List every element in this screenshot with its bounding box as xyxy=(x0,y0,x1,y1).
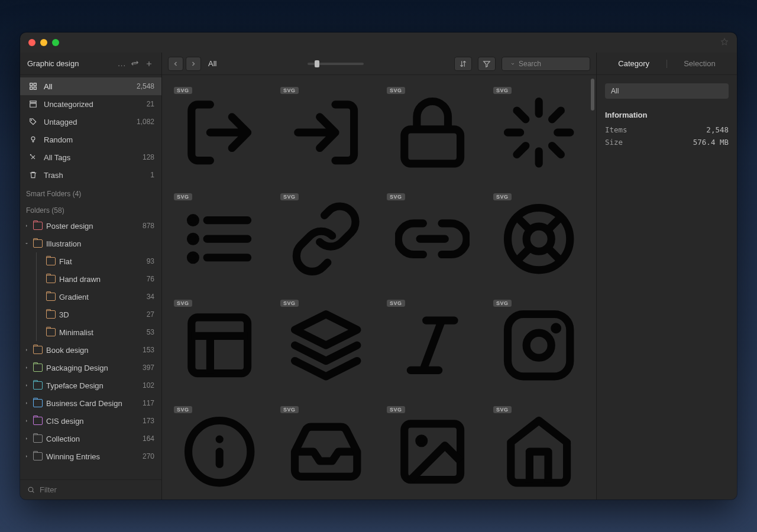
svg-rect-0 xyxy=(30,83,33,86)
chevron-right-icon[interactable] xyxy=(24,436,30,442)
chevron-right-icon[interactable] xyxy=(24,347,30,353)
chevron-right-icon[interactable] xyxy=(24,418,30,424)
folder-label: CIS design xyxy=(46,417,139,426)
folder-minimalist[interactable]: Minimalist 53 xyxy=(20,323,161,341)
folder-count: 270 xyxy=(143,452,154,460)
folder-typeface-design[interactable]: Typeface Design 102 xyxy=(20,377,161,394)
grid-item-logout[interactable]: SVG xyxy=(172,85,267,180)
grid-item-inbox[interactable]: SVG xyxy=(278,404,374,499)
chevron-right-icon[interactable] xyxy=(24,382,30,388)
grid-item-lock[interactable]: SVG xyxy=(384,85,480,180)
folder-count: 34 xyxy=(147,293,154,301)
breadcrumb: All xyxy=(208,59,216,68)
folder-icon xyxy=(33,222,43,230)
folder-count: 878 xyxy=(143,222,154,230)
sidebar-item-trash[interactable]: Trash 1 xyxy=(20,166,161,184)
folder-packaging-design[interactable]: Packaging Design 397 xyxy=(20,359,161,377)
folder-winning-entries[interactable]: Winning Entries 270 xyxy=(20,447,161,465)
sidebar-item-untagged[interactable]: Untagged 1,082 xyxy=(20,113,161,131)
grid-item-loader[interactable]: SVG xyxy=(491,85,587,180)
svg-point-7 xyxy=(28,487,33,492)
chevron-down-icon[interactable] xyxy=(510,59,515,68)
add-library-icon[interactable] xyxy=(144,59,154,69)
pin-icon[interactable] xyxy=(720,38,729,48)
folder-label: Illustration xyxy=(46,239,151,248)
smart-folders-section[interactable]: Smart Folders (4) xyxy=(20,184,161,200)
folder-count: 76 xyxy=(147,275,154,283)
switch-library-icon[interactable] xyxy=(130,59,140,69)
folder-business-card-design[interactable]: Business Card Design 117 xyxy=(20,394,161,412)
filetype-badge: SVG xyxy=(280,406,299,413)
close-window-button[interactable] xyxy=(28,39,35,46)
tab-selection[interactable]: Selection xyxy=(677,59,722,68)
category-chip[interactable]: All xyxy=(605,83,729,99)
filter-button[interactable] xyxy=(478,57,496,71)
folder-3d[interactable]: 3D 27 xyxy=(20,306,161,323)
chevron-right-icon[interactable] xyxy=(24,453,30,459)
nav-forward-button[interactable] xyxy=(186,57,201,71)
filetype-badge: SVG xyxy=(280,87,299,94)
grid-item-lifebuoy[interactable]: SVG xyxy=(491,191,587,287)
home-icon xyxy=(502,414,576,489)
folder-cis-design[interactable]: CIS design 173 xyxy=(20,412,161,430)
folder-gradient[interactable]: Gradient 34 xyxy=(20,288,161,306)
grid-item-layers[interactable]: SVG xyxy=(278,297,374,393)
grid-item-link2[interactable]: SVG xyxy=(384,191,480,287)
sidebar-filter xyxy=(20,479,161,499)
folder-count: 164 xyxy=(143,434,154,443)
folder-label: 3D xyxy=(59,310,143,319)
random-icon xyxy=(28,135,38,144)
folder-count: 102 xyxy=(143,381,154,390)
folder-poster-design[interactable]: Poster design 878 xyxy=(20,217,161,235)
grid-item-link[interactable]: SVG xyxy=(278,191,374,287)
grid-item-home[interactable]: SVG xyxy=(491,404,587,499)
folder-count: 53 xyxy=(147,328,154,336)
chevron-down-icon[interactable] xyxy=(24,241,30,246)
filetype-badge: SVG xyxy=(174,300,192,307)
info-row-size: Size576.4 MB xyxy=(605,138,729,147)
folder-count: 93 xyxy=(147,257,154,265)
grid-item-italic[interactable]: SVG xyxy=(384,297,480,393)
filetype-badge: SVG xyxy=(387,300,405,307)
sidebar-item-uncategorized[interactable]: Uncategorized 21 xyxy=(20,95,161,113)
folder-label: Flat xyxy=(59,257,143,266)
filetype-badge: SVG xyxy=(174,193,192,200)
grid-item-list[interactable]: SVG xyxy=(172,191,267,287)
sidebar-item-label: All xyxy=(44,82,131,91)
chevron-right-icon[interactable] xyxy=(24,223,30,229)
grid-item-layout[interactable]: SVG xyxy=(172,297,267,393)
tab-category[interactable]: Category xyxy=(611,59,656,68)
folder-collection[interactable]: Collection 164 xyxy=(20,430,161,447)
sort-button[interactable] xyxy=(454,57,472,71)
folder-icon xyxy=(33,364,43,372)
library-name[interactable]: Graphic design xyxy=(27,59,114,68)
sidebar-item-all[interactable]: All 2,548 xyxy=(20,77,161,95)
chevron-right-icon[interactable] xyxy=(24,400,30,406)
folder-book-design[interactable]: Book design 153 xyxy=(20,341,161,359)
zoom-window-button[interactable] xyxy=(52,39,59,46)
grid-item-image[interactable]: SVG xyxy=(384,404,480,499)
lock-icon xyxy=(395,95,470,170)
sidebar-item-all-tags[interactable]: All Tags 128 xyxy=(20,148,161,166)
traffic-lights xyxy=(28,39,59,46)
inbox-icon xyxy=(289,414,363,489)
grid-item-login[interactable]: SVG xyxy=(278,85,374,180)
folder-illustration[interactable]: Illustration xyxy=(20,235,161,252)
folders-section[interactable]: Folders (58) xyxy=(20,200,161,217)
nav-back-button[interactable] xyxy=(168,57,183,71)
chevron-right-icon[interactable] xyxy=(24,365,30,371)
grid-scroll[interactable]: SVG SVG SVG SVG SVG SVG SVG SVG SVG SVG … xyxy=(162,75,596,499)
scrollbar-thumb[interactable] xyxy=(591,79,594,111)
sidebar-filter-input[interactable] xyxy=(40,485,154,494)
library-more-icon[interactable]: ... xyxy=(118,59,126,68)
search-input[interactable] xyxy=(519,60,607,68)
grid-item-instagram[interactable]: SVG xyxy=(491,297,587,393)
grid-item-info[interactable]: SVG xyxy=(172,404,267,499)
zoom-slider[interactable] xyxy=(308,63,364,65)
search-box[interactable] xyxy=(502,57,590,71)
folder-flat[interactable]: Flat 93 xyxy=(20,252,161,270)
folder-hand-drawn[interactable]: Hand drawn 76 xyxy=(20,270,161,288)
sidebar-item-random[interactable]: Random xyxy=(20,131,161,148)
minimize-window-button[interactable] xyxy=(40,39,47,46)
right-panel: Category Selection All Information Items… xyxy=(596,53,737,499)
